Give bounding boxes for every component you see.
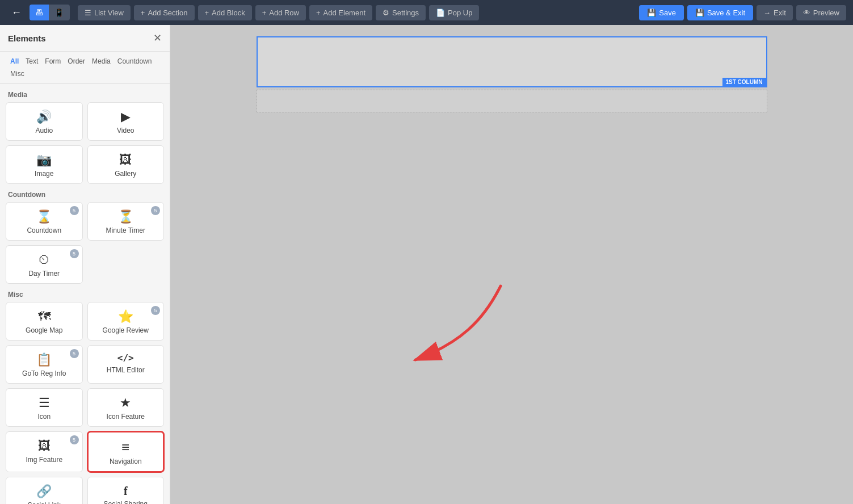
social-sharing-label: Social Sharing [104,500,148,504]
sidebar-title: Elements [8,33,46,43]
gallery-icon: 🖼 [119,154,132,166]
misc-grid: 🗺 Google Map 5 ⭐ Google Review 5 📋 GoTo … [0,302,170,504]
cat-countdown[interactable]: Countdown [115,56,154,66]
save-exit-button[interactable]: 💾 Save & Exit [687,5,753,20]
navigation-label: Navigation [110,457,142,465]
list-view-icon: ☰ [85,9,91,17]
google-map-icon: 🗺 [38,310,51,323]
column-label: 1ST COLUMN [722,78,766,86]
settings-button[interactable]: ⚙ Settings [376,5,426,20]
add-element-button[interactable]: + Add Element [309,5,372,20]
element-icon-feature[interactable]: ★ Icon Feature [87,388,165,427]
preview-icon: 👁 [803,9,810,17]
element-social-sharing[interactable]: f Social Sharing [87,477,165,504]
day-timer-icon: ⏲ [38,254,51,266]
icon-feature-label: Icon Feature [107,413,145,421]
social-sharing-icon: f [124,485,128,497]
element-day-timer[interactable]: 5 ⏲ Day Timer [6,245,83,284]
countdown-section-label: Countdown [0,184,170,202]
element-countdown[interactable]: 5 ⌛ Countdown [6,202,83,241]
element-social-link[interactable]: 🔗 Social Link [6,477,83,504]
cat-text[interactable]: Text [23,56,40,66]
desktop-view-button[interactable]: 🖶 [30,5,49,20]
cat-order[interactable]: Order [65,56,87,66]
element-goto-reg-info[interactable]: 5 📋 GoTo Reg Info [6,345,83,384]
element-google-review[interactable]: 5 ⭐ Google Review [87,302,165,341]
element-navigation[interactable]: ≡ Navigation [87,431,165,472]
toolbar: ← 🖶 📱 ☰ List View + Add Section + Add Bl… [0,0,853,25]
main-layout: Elements ✕ All Text Form Order Media Cou… [0,25,853,504]
add-section-button[interactable]: + Add Section [134,5,195,20]
minute-timer-label: Minute Timer [106,226,145,234]
element-video[interactable]: ▶ Video [87,102,165,141]
audio-icon: 🔊 [36,111,52,123]
element-gallery[interactable]: 🖼 Gallery [87,145,165,184]
element-audio[interactable]: 🔊 Audio [6,102,83,141]
arrow-annotation [370,275,529,379]
canvas-column: 1ST COLUMN [257,36,767,87]
element-img-feature[interactable]: 5 🖼 Img Feature [6,431,83,472]
canvas-area: 1ST COLUMN [170,25,853,504]
video-icon: ▶ [121,111,131,123]
html-editor-icon: </> [117,354,134,363]
popup-icon: 📄 [436,9,445,17]
save-exit-icon: 💾 [695,9,704,17]
cat-media[interactable]: Media [90,56,113,66]
icon-element-icon: ☰ [39,397,50,409]
image-label: Image [35,170,53,178]
navigation-icon: ≡ [121,440,129,454]
element-google-map[interactable]: 🗺 Google Map [6,302,83,341]
category-filter: All Text Form Order Media Countdown Misc [0,52,170,84]
sidebar-close-button[interactable]: ✕ [153,32,162,44]
canvas-placeholder [257,90,767,112]
cat-form[interactable]: Form [43,56,63,66]
google-review-label: Google Review [103,326,149,334]
mobile-view-button[interactable]: 📱 [49,5,70,20]
countdown-grid: 5 ⌛ Countdown 5 ⏳ Minute Timer 5 ⏲ Day T… [0,202,170,284]
img-feature-badge: 5 [70,435,79,444]
gallery-label: Gallery [115,170,136,178]
social-link-label: Social Link [28,501,61,504]
img-feature-icon: 🖼 [38,440,51,452]
google-review-icon: ⭐ [118,310,133,323]
save-button[interactable]: 💾 Save [639,5,684,20]
countdown-icon: ⌛ [36,211,52,223]
element-minute-timer[interactable]: 5 ⏳ Minute Timer [87,202,165,241]
elements-sidebar: Elements ✕ All Text Form Order Media Cou… [0,25,170,504]
html-editor-label: HTML Editor [107,366,145,374]
misc-section-label: Misc [0,284,170,302]
media-section-label: Media [0,84,170,102]
element-html-editor[interactable]: </> HTML Editor [87,345,165,384]
audio-label: Audio [35,127,53,135]
add-row-button[interactable]: + Add Row [255,5,306,20]
add-section-icon: + [141,9,145,17]
social-link-icon: 🔗 [36,485,52,498]
sidebar-header: Elements ✕ [0,25,170,52]
google-map-label: Google Map [26,326,62,334]
google-review-badge: 5 [151,306,160,315]
preview-button[interactable]: 👁 Preview [796,5,846,20]
sidebar-scroll: Media 🔊 Audio ▶ Video 📷 Image 🖼 Gallery [0,84,170,504]
cat-misc[interactable]: Misc [8,69,27,79]
goto-reg-icon: 📋 [36,354,52,366]
cat-all[interactable]: All [8,56,21,66]
toolbar-right: 💾 Save 💾 Save & Exit → Exit 👁 Preview [639,5,846,20]
element-icon[interactable]: ☰ Icon [6,388,83,427]
image-icon: 📷 [36,154,52,166]
exit-button[interactable]: → Exit [757,5,793,20]
icon-label: Icon [37,413,51,421]
save-icon: 💾 [647,9,656,17]
countdown-label: Countdown [27,226,61,234]
day-timer-label: Day Timer [28,270,60,278]
list-view-button[interactable]: ☰ List View [78,5,131,20]
countdown-badge: 5 [70,206,79,215]
back-button[interactable]: ← [7,5,26,21]
img-feature-label: Img Feature [26,456,62,464]
popup-button[interactable]: 📄 Pop Up [429,5,479,20]
add-block-button[interactable]: + Add Block [198,5,252,20]
element-image[interactable]: 📷 Image [6,145,83,184]
add-block-icon: + [205,9,209,17]
day-timer-badge: 5 [70,249,79,258]
goto-reg-label: GoTo Reg Info [22,369,66,377]
add-element-icon: + [316,9,321,17]
